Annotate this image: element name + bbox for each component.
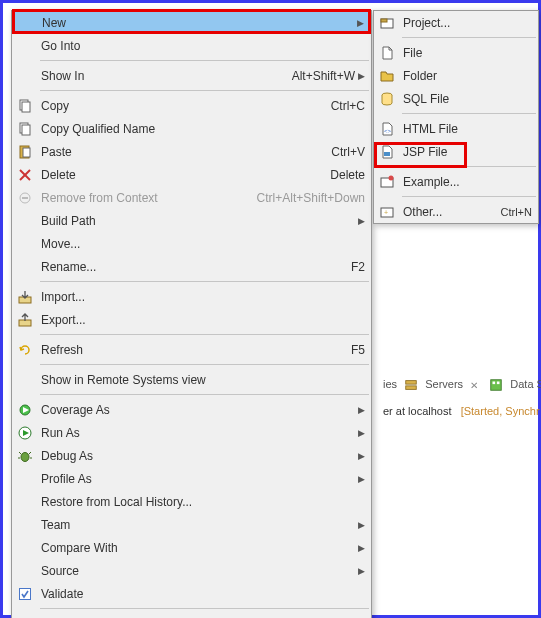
menu-properties[interactable]: Properties Alt+Enter	[12, 612, 371, 618]
menu-compare-with[interactable]: Compare With ▶	[12, 536, 371, 559]
run-icon	[15, 425, 35, 441]
import-icon	[15, 289, 35, 305]
menu-import[interactable]: Import...	[12, 285, 371, 308]
bottom-tabs: ies Servers ✕ Data S	[383, 378, 541, 392]
submenu-sql-file[interactable]: SQL File	[374, 87, 538, 110]
menu-coverage-as[interactable]: Coverage As ▶	[12, 398, 371, 421]
separator	[40, 60, 369, 61]
submenu-arrow-icon: ▶	[354, 18, 364, 28]
svg-rect-10	[23, 148, 30, 157]
svg-rect-28	[381, 19, 387, 22]
menu-move[interactable]: Move...	[12, 232, 371, 255]
submenu-arrow-icon: ▶	[355, 405, 365, 415]
folder-icon	[377, 68, 397, 84]
svg-rect-3	[493, 382, 496, 385]
svg-line-23	[29, 452, 31, 454]
tab-data-part[interactable]: Data S	[510, 378, 541, 390]
separator	[402, 37, 536, 38]
submenu-arrow-icon: ▶	[355, 71, 365, 81]
submenu-arrow-icon: ▶	[355, 566, 365, 576]
delete-icon	[15, 167, 35, 183]
html-file-icon: <>	[377, 121, 397, 137]
project-icon	[377, 15, 397, 31]
submenu-arrow-icon: ▶	[355, 428, 365, 438]
refresh-icon	[15, 342, 35, 358]
menu-copy-qualified[interactable]: Copy Qualified Name	[12, 117, 371, 140]
copy-icon	[15, 121, 35, 137]
validate-icon	[15, 586, 35, 602]
svg-text:<>: <>	[384, 128, 392, 134]
menu-rename[interactable]: Rename... F2	[12, 255, 371, 278]
submenu-arrow-icon: ▶	[355, 474, 365, 484]
separator	[402, 196, 536, 197]
jsp-file-icon	[377, 144, 397, 160]
submenu-project[interactable]: Project...	[374, 11, 538, 34]
svg-rect-1	[406, 386, 417, 390]
submenu-arrow-icon: ▶	[355, 451, 365, 461]
menu-validate[interactable]: Validate	[12, 582, 371, 605]
separator	[40, 394, 369, 395]
submenu-arrow-icon: ▶	[355, 543, 365, 553]
sql-file-icon	[377, 91, 397, 107]
menu-build-path[interactable]: Build Path ▶	[12, 209, 371, 232]
menu-profile-as[interactable]: Profile As ▶	[12, 467, 371, 490]
submenu-other[interactable]: + Other... Ctrl+N	[374, 200, 538, 223]
separator	[40, 364, 369, 365]
menu-copy[interactable]: Copy Ctrl+C	[12, 94, 371, 117]
submenu-jsp-file[interactable]: JSP File	[374, 140, 538, 163]
separator	[402, 113, 536, 114]
submenu-example[interactable]: Example...	[374, 170, 538, 193]
submenu-arrow-icon: ▶	[355, 520, 365, 530]
server-status: [Started, Synchr	[461, 405, 540, 417]
separator	[40, 90, 369, 91]
paste-icon	[15, 144, 35, 160]
menu-refresh[interactable]: Refresh F5	[12, 338, 371, 361]
menu-delete[interactable]: Delete Delete	[12, 163, 371, 186]
svg-text:+: +	[384, 209, 388, 216]
submenu-html-file[interactable]: <> HTML File	[374, 117, 538, 140]
export-icon	[15, 312, 35, 328]
svg-rect-26	[20, 588, 31, 599]
copy-icon	[15, 98, 35, 114]
new-submenu: Project... File Folder SQL File <>	[373, 10, 539, 224]
remove-context-icon	[15, 190, 35, 206]
svg-rect-31	[384, 152, 390, 156]
close-icon[interactable]: ✕	[470, 380, 478, 391]
svg-rect-8	[22, 125, 30, 135]
menu-new[interactable]: New ▶	[12, 11, 371, 34]
file-icon	[377, 45, 397, 61]
separator	[40, 334, 369, 335]
menu-paste[interactable]: Paste Ctrl+V	[12, 140, 371, 163]
tab-servers[interactable]: Servers	[425, 378, 463, 390]
menu-show-remote[interactable]: Show in Remote Systems view	[12, 368, 371, 391]
other-icon: +	[377, 204, 397, 220]
server-row[interactable]: er at localhost [Started, Synchr	[383, 405, 540, 417]
submenu-folder[interactable]: Folder	[374, 64, 538, 87]
svg-point-33	[389, 175, 394, 180]
svg-rect-4	[497, 382, 500, 385]
tab-properties-part[interactable]: ies	[383, 378, 397, 390]
menu-show-in[interactable]: Show In Alt+Shift+W ▶	[12, 64, 371, 87]
menu-go-into[interactable]: Go Into	[12, 34, 371, 57]
menu-export[interactable]: Export...	[12, 308, 371, 331]
separator	[40, 608, 369, 609]
svg-rect-6	[22, 102, 30, 112]
svg-rect-2	[491, 380, 502, 391]
example-icon	[377, 174, 397, 190]
coverage-icon	[15, 402, 35, 418]
submenu-file[interactable]: File	[374, 41, 538, 64]
menu-debug-as[interactable]: Debug As ▶	[12, 444, 371, 467]
svg-line-22	[19, 452, 21, 454]
svg-rect-0	[406, 381, 417, 385]
debug-icon	[15, 448, 35, 464]
menu-remove-context: Remove from Context Ctrl+Alt+Shift+Down	[12, 186, 371, 209]
submenu-arrow-icon: ▶	[355, 216, 365, 226]
separator	[402, 166, 536, 167]
servers-icon	[404, 378, 418, 392]
menu-run-as[interactable]: Run As ▶	[12, 421, 371, 444]
menu-team[interactable]: Team ▶	[12, 513, 371, 536]
menu-restore-history[interactable]: Restore from Local History...	[12, 490, 371, 513]
menu-source[interactable]: Source ▶	[12, 559, 371, 582]
data-source-icon	[489, 378, 503, 392]
separator	[40, 281, 369, 282]
